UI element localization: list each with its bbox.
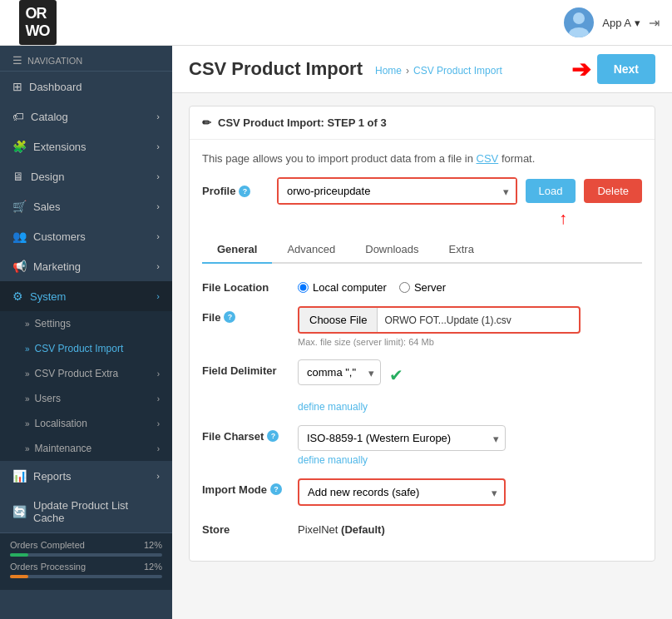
checkmark-icon: ✔	[389, 360, 403, 385]
chevron-right-icon: ›	[156, 141, 160, 151]
breadcrumb-home[interactable]: Home	[375, 65, 402, 77]
profile-row: Profile ? orwo-priceupdate ▾ Load Delete	[202, 177, 642, 205]
avatar	[564, 7, 594, 37]
dashboard-icon: ⊞	[12, 80, 22, 93]
sidebar-item-label: Design	[31, 171, 64, 183]
marketing-icon: 📢	[12, 260, 27, 273]
radio-group-location: Local computer Server	[298, 276, 589, 294]
tab-extra[interactable]: Extra	[434, 236, 489, 264]
field-delimiter-controls: comma "," ▾ ✔	[298, 359, 589, 385]
file-name: ORWO FOT...Update (1).csv	[378, 309, 579, 332]
topbar-right: App A ▾ ⇥	[564, 7, 660, 37]
sidebar-item-label: Extensions	[33, 141, 86, 153]
sidebar-item-extensions[interactable]: 🧩 Extensions ›	[0, 131, 172, 161]
orders-processing-bar	[10, 575, 28, 578]
import-mode-info-icon[interactable]: ?	[270, 483, 282, 495]
profile-label: Profile ?	[202, 185, 269, 197]
import-mode-label: Import Mode ?	[202, 478, 285, 496]
sidebar-item-reports[interactable]: 📊 Reports ›	[0, 461, 172, 491]
charset-select[interactable]: ISO-8859-1 (Western Europe)	[298, 425, 506, 451]
sidebar-sub-label: Maintenance	[35, 443, 92, 454]
store-value: PixelNet (Default)	[298, 518, 385, 536]
arrow-icon: »	[25, 344, 30, 354]
orders-completed-bar	[10, 553, 28, 557]
breadcrumb: Home › CSV Product Import	[375, 65, 502, 77]
sidebar-item-system[interactable]: ⚙ System ›	[0, 281, 172, 311]
logout-button[interactable]: ⇥	[649, 15, 660, 31]
sidebar-item-sales[interactable]: 🛒 Sales ›	[0, 191, 172, 221]
file-row: File ? Choose File ORWO FOT...Update (1)…	[202, 306, 642, 347]
chevron-right-icon: ›	[157, 369, 160, 379]
load-arrow-icon: ↑	[559, 209, 567, 228]
tab-advanced[interactable]: Advanced	[272, 236, 350, 264]
sidebar-sub-label: Settings	[35, 318, 71, 329]
orders-completed-row: Orders Completed 12%	[10, 540, 162, 550]
import-mode-controls: Add new records (safe) ▾	[298, 478, 589, 506]
field-delimiter-select[interactable]: comma ","	[298, 359, 381, 385]
orders-processing-label: Orders Processing	[10, 562, 86, 572]
sidebar-item-catalog[interactable]: 🏷 Catalog ›	[0, 102, 172, 131]
sidebar-item-dashboard[interactable]: ⊞ Dashboard	[0, 72, 172, 102]
define-manually-link-2[interactable]: define manually	[298, 454, 589, 466]
choose-file-button[interactable]: Choose File	[299, 308, 378, 332]
customers-icon: 👥	[12, 230, 27, 243]
card-body: This page allows you to import product d…	[190, 140, 655, 561]
radio-server-input[interactable]	[399, 282, 410, 293]
charset-info-icon[interactable]: ?	[267, 430, 279, 442]
chevron-right-icon: ›	[157, 419, 160, 428]
app-name[interactable]: App A ▾	[602, 17, 640, 29]
radio-local[interactable]: Local computer	[298, 281, 387, 294]
sidebar-sub-csv-extra[interactable]: » CSV Product Extra ›	[0, 361, 172, 386]
sidebar-item-customers[interactable]: 👥 Customers ›	[0, 221, 172, 251]
sidebar-sub-csv-import[interactable]: » CSV Product Import	[0, 336, 172, 361]
file-info-icon[interactable]: ?	[224, 311, 235, 323]
chevron-right-icon: ›	[156, 111, 160, 121]
import-mode-select[interactable]: Add new records (safe)	[299, 480, 504, 504]
page-header-left: CSV Product Import Home › CSV Product Im…	[189, 58, 502, 80]
chevron-right-icon: ›	[156, 201, 160, 211]
chevron-down-icon: ›	[156, 291, 160, 301]
next-button[interactable]: Next	[597, 54, 655, 84]
define-manually-link-1[interactable]: define manually	[298, 401, 368, 413]
hamburger-icon: ☰	[12, 54, 22, 67]
tab-general[interactable]: General	[202, 236, 272, 264]
delete-button[interactable]: Delete	[584, 179, 642, 203]
profile-select[interactable]: orwo-priceupdate	[279, 179, 516, 203]
radio-server[interactable]: Server	[399, 281, 446, 294]
sidebar-sub-maintenance[interactable]: » Maintenance ›	[0, 436, 172, 461]
file-charset-label: File Charset ?	[202, 425, 285, 443]
update-cache-icon: 🔄	[12, 505, 27, 518]
pencil-icon: ✏	[202, 116, 211, 129]
sidebar-sub-localisation[interactable]: » Localisation ›	[0, 411, 172, 436]
file-label: File ?	[202, 306, 285, 324]
charset-select-wrapper: ISO-8859-1 (Western Europe) ▾	[298, 425, 506, 451]
orders-processing-percent: 12%	[144, 562, 162, 572]
sidebar-sub-users[interactable]: » Users ›	[0, 386, 172, 411]
csv-link[interactable]: CSV	[477, 152, 499, 165]
chevron-right-icon: ›	[157, 394, 160, 404]
radio-local-input[interactable]	[298, 282, 309, 293]
sidebar-item-design[interactable]: 🖥 Design ›	[0, 161, 172, 191]
chevron-right-icon: ›	[156, 171, 160, 181]
file-location-row: File Location Local computer Serve	[202, 276, 642, 294]
sidebar-sub-settings[interactable]: » Settings	[0, 311, 172, 336]
chevron-right-icon: ›	[156, 471, 160, 481]
file-charset-row: File Charset ? ISO-8859-1 (Western Europ…	[202, 425, 642, 466]
tab-downloads[interactable]: Downloads	[350, 236, 433, 264]
sidebar-item-update-cache[interactable]: 🔄 Update Product List Cache	[0, 491, 172, 532]
sidebar-item-label: System	[30, 290, 66, 303]
profile-info-icon[interactable]: ?	[239, 186, 250, 197]
design-icon: 🖥	[12, 170, 24, 183]
arrow-icon: »	[25, 369, 30, 379]
field-delimiter-row: Field Delimiter comma "," ▾ ✔	[202, 359, 642, 385]
next-arrow-icon: ➔	[571, 56, 590, 83]
file-hint: Max. file size (server limit): 64 Mb	[298, 337, 589, 347]
orders-processing-bar-bg	[10, 575, 162, 578]
logo: ORWO	[12, 0, 62, 45]
page-title: CSV Product Import	[189, 58, 363, 80]
nav-label: ☰ NAVIGATION	[0, 46, 172, 72]
sidebar-item-marketing[interactable]: 📢 Marketing ›	[0, 251, 172, 281]
reports-icon: 📊	[12, 469, 27, 483]
import-mode-select-wrapper: Add new records (safe) ▾	[298, 478, 506, 506]
load-button[interactable]: Load	[526, 179, 576, 203]
